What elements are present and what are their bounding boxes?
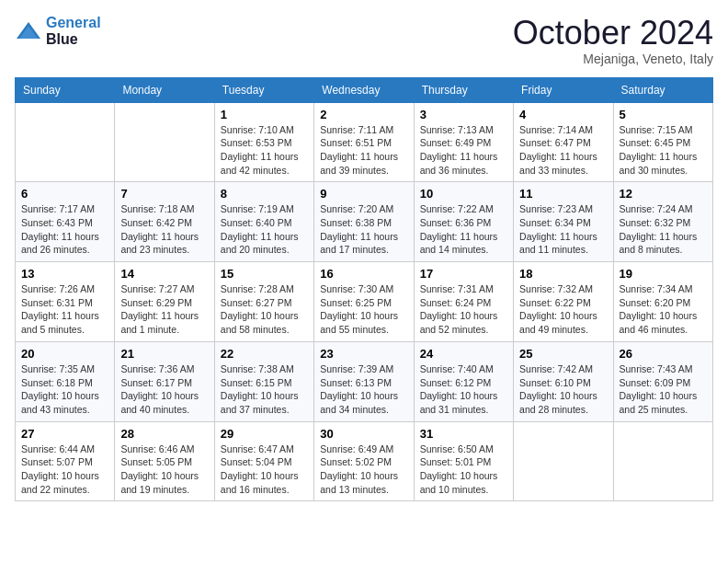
day-number: 25 bbox=[519, 347, 607, 361]
calendar-cell: 31Sunrise: 6:50 AMSunset: 5:01 PMDayligh… bbox=[414, 421, 513, 501]
day-number: 14 bbox=[120, 267, 208, 281]
calendar-cell bbox=[16, 102, 115, 182]
calendar-cell: 16Sunrise: 7:30 AMSunset: 6:25 PMDayligh… bbox=[314, 262, 414, 342]
calendar-cell: 15Sunrise: 7:28 AMSunset: 6:27 PMDayligh… bbox=[214, 262, 313, 342]
day-number: 20 bbox=[21, 347, 108, 361]
day-info: Sunrise: 7:14 AMSunset: 6:47 PMDaylight:… bbox=[519, 123, 607, 178]
day-info: Sunrise: 6:46 AMSunset: 5:05 PMDaylight:… bbox=[120, 442, 208, 497]
day-info: Sunrise: 7:15 AMSunset: 6:45 PMDaylight:… bbox=[620, 123, 707, 178]
calendar-cell: 23Sunrise: 7:39 AMSunset: 6:13 PMDayligh… bbox=[314, 341, 414, 421]
day-info: Sunrise: 7:20 AMSunset: 6:38 PMDaylight:… bbox=[320, 202, 407, 257]
day-number: 18 bbox=[519, 267, 607, 281]
calendar-cell: 26Sunrise: 7:43 AMSunset: 6:09 PMDayligh… bbox=[613, 341, 712, 421]
day-number: 31 bbox=[420, 427, 507, 441]
calendar-cell: 5Sunrise: 7:15 AMSunset: 6:45 PMDaylight… bbox=[613, 102, 712, 182]
day-number: 4 bbox=[519, 108, 607, 121]
title-block: October 2024 Mejaniga, Veneto, Italy bbox=[513, 15, 713, 66]
calendar-cell: 8Sunrise: 7:19 AMSunset: 6:40 PMDaylight… bbox=[214, 182, 313, 262]
calendar-cell: 19Sunrise: 7:34 AMSunset: 6:20 PMDayligh… bbox=[613, 262, 712, 342]
day-header-wednesday: Wednesday bbox=[314, 77, 414, 102]
day-number: 26 bbox=[620, 347, 707, 361]
day-number: 28 bbox=[120, 427, 208, 441]
calendar-cell: 2Sunrise: 7:11 AMSunset: 6:51 PMDaylight… bbox=[314, 102, 414, 182]
calendar-cell: 18Sunrise: 7:32 AMSunset: 6:22 PMDayligh… bbox=[514, 262, 613, 342]
day-info: Sunrise: 7:24 AMSunset: 6:32 PMDaylight:… bbox=[620, 202, 707, 257]
calendar-cell: 29Sunrise: 6:47 AMSunset: 5:04 PMDayligh… bbox=[214, 421, 313, 501]
day-info: Sunrise: 6:49 AMSunset: 5:02 PMDaylight:… bbox=[320, 442, 407, 497]
calendar-cell: 14Sunrise: 7:27 AMSunset: 6:29 PMDayligh… bbox=[115, 262, 214, 342]
calendar-cell: 30Sunrise: 6:49 AMSunset: 5:02 PMDayligh… bbox=[314, 421, 414, 501]
month-title: October 2024 bbox=[513, 15, 713, 52]
day-info: Sunrise: 7:38 AMSunset: 6:15 PMDaylight:… bbox=[221, 362, 308, 417]
calendar-week-row: 20Sunrise: 7:35 AMSunset: 6:18 PMDayligh… bbox=[16, 341, 713, 421]
day-info: Sunrise: 7:30 AMSunset: 6:25 PMDaylight:… bbox=[320, 282, 407, 337]
day-info: Sunrise: 7:26 AMSunset: 6:31 PMDaylight:… bbox=[21, 282, 108, 337]
day-info: Sunrise: 7:10 AMSunset: 6:53 PMDaylight:… bbox=[221, 123, 308, 178]
day-info: Sunrise: 7:23 AMSunset: 6:34 PMDaylight:… bbox=[519, 202, 607, 257]
day-info: Sunrise: 7:27 AMSunset: 6:29 PMDaylight:… bbox=[120, 282, 208, 337]
calendar-cell bbox=[115, 102, 214, 182]
day-header-sunday: Sunday bbox=[16, 77, 115, 102]
day-number: 6 bbox=[21, 187, 108, 201]
day-info: Sunrise: 6:47 AMSunset: 5:04 PMDaylight:… bbox=[221, 442, 308, 497]
calendar-header-row: SundayMondayTuesdayWednesdayThursdayFrid… bbox=[16, 77, 713, 102]
calendar-cell: 10Sunrise: 7:22 AMSunset: 6:36 PMDayligh… bbox=[414, 182, 513, 262]
day-number: 11 bbox=[519, 187, 607, 201]
day-info: Sunrise: 7:11 AMSunset: 6:51 PMDaylight:… bbox=[320, 123, 407, 178]
day-header-saturday: Saturday bbox=[613, 77, 712, 102]
day-info: Sunrise: 7:19 AMSunset: 6:40 PMDaylight:… bbox=[221, 202, 308, 257]
calendar-cell: 1Sunrise: 7:10 AMSunset: 6:53 PMDaylight… bbox=[214, 102, 313, 182]
calendar-cell: 24Sunrise: 7:40 AMSunset: 6:12 PMDayligh… bbox=[414, 341, 513, 421]
day-number: 30 bbox=[320, 427, 407, 441]
day-info: Sunrise: 7:32 AMSunset: 6:22 PMDaylight:… bbox=[519, 282, 607, 337]
day-info: Sunrise: 7:43 AMSunset: 6:09 PMDaylight:… bbox=[620, 362, 707, 417]
calendar-cell: 25Sunrise: 7:42 AMSunset: 6:10 PMDayligh… bbox=[514, 341, 613, 421]
calendar-week-row: 13Sunrise: 7:26 AMSunset: 6:31 PMDayligh… bbox=[16, 262, 713, 342]
calendar-cell: 12Sunrise: 7:24 AMSunset: 6:32 PMDayligh… bbox=[613, 182, 712, 262]
day-number: 5 bbox=[620, 108, 707, 121]
calendar-cell: 22Sunrise: 7:38 AMSunset: 6:15 PMDayligh… bbox=[214, 341, 313, 421]
location: Mejaniga, Veneto, Italy bbox=[513, 52, 713, 66]
day-info: Sunrise: 7:39 AMSunset: 6:13 PMDaylight:… bbox=[320, 362, 407, 417]
day-number: 17 bbox=[420, 267, 507, 281]
calendar-cell: 4Sunrise: 7:14 AMSunset: 6:47 PMDaylight… bbox=[514, 102, 613, 182]
calendar-cell: 17Sunrise: 7:31 AMSunset: 6:24 PMDayligh… bbox=[414, 262, 513, 342]
day-info: Sunrise: 7:22 AMSunset: 6:36 PMDaylight:… bbox=[420, 202, 507, 257]
logo-text: General bbox=[46, 15, 101, 31]
day-info: Sunrise: 6:50 AMSunset: 5:01 PMDaylight:… bbox=[420, 442, 507, 497]
page-header: General Blue October 2024 Mejaniga, Vene… bbox=[15, 15, 713, 66]
day-number: 10 bbox=[420, 187, 507, 201]
calendar-cell: 21Sunrise: 7:36 AMSunset: 6:17 PMDayligh… bbox=[115, 341, 214, 421]
day-number: 19 bbox=[620, 267, 707, 281]
day-header-friday: Friday bbox=[514, 77, 613, 102]
day-number: 1 bbox=[221, 108, 308, 121]
calendar-cell bbox=[514, 421, 613, 501]
calendar-cell: 28Sunrise: 6:46 AMSunset: 5:05 PMDayligh… bbox=[115, 421, 214, 501]
day-number: 23 bbox=[320, 347, 407, 361]
day-number: 13 bbox=[21, 267, 108, 281]
calendar-cell: 13Sunrise: 7:26 AMSunset: 6:31 PMDayligh… bbox=[16, 262, 115, 342]
calendar-cell: 7Sunrise: 7:18 AMSunset: 6:42 PMDaylight… bbox=[115, 182, 214, 262]
day-number: 21 bbox=[120, 347, 208, 361]
day-info: Sunrise: 7:31 AMSunset: 6:24 PMDaylight:… bbox=[420, 282, 507, 337]
day-number: 2 bbox=[320, 108, 407, 121]
calendar-week-row: 1Sunrise: 7:10 AMSunset: 6:53 PMDaylight… bbox=[16, 102, 713, 182]
day-info: Sunrise: 7:28 AMSunset: 6:27 PMDaylight:… bbox=[221, 282, 308, 337]
day-number: 29 bbox=[221, 427, 308, 441]
day-info: Sunrise: 6:44 AMSunset: 5:07 PMDaylight:… bbox=[21, 442, 108, 497]
day-number: 7 bbox=[120, 187, 208, 201]
logo: General Blue bbox=[15, 15, 101, 48]
day-info: Sunrise: 7:17 AMSunset: 6:43 PMDaylight:… bbox=[21, 202, 108, 257]
day-number: 9 bbox=[320, 187, 407, 201]
logo-text2: Blue bbox=[46, 31, 101, 48]
calendar-cell bbox=[613, 421, 712, 501]
day-number: 8 bbox=[221, 187, 308, 201]
day-header-tuesday: Tuesday bbox=[214, 77, 313, 102]
day-info: Sunrise: 7:13 AMSunset: 6:49 PMDaylight:… bbox=[420, 123, 507, 178]
calendar-cell: 20Sunrise: 7:35 AMSunset: 6:18 PMDayligh… bbox=[16, 341, 115, 421]
day-info: Sunrise: 7:35 AMSunset: 6:18 PMDaylight:… bbox=[21, 362, 108, 417]
day-header-thursday: Thursday bbox=[414, 77, 513, 102]
calendar-cell: 6Sunrise: 7:17 AMSunset: 6:43 PMDaylight… bbox=[16, 182, 115, 262]
day-number: 3 bbox=[420, 108, 507, 121]
day-header-monday: Monday bbox=[115, 77, 214, 102]
